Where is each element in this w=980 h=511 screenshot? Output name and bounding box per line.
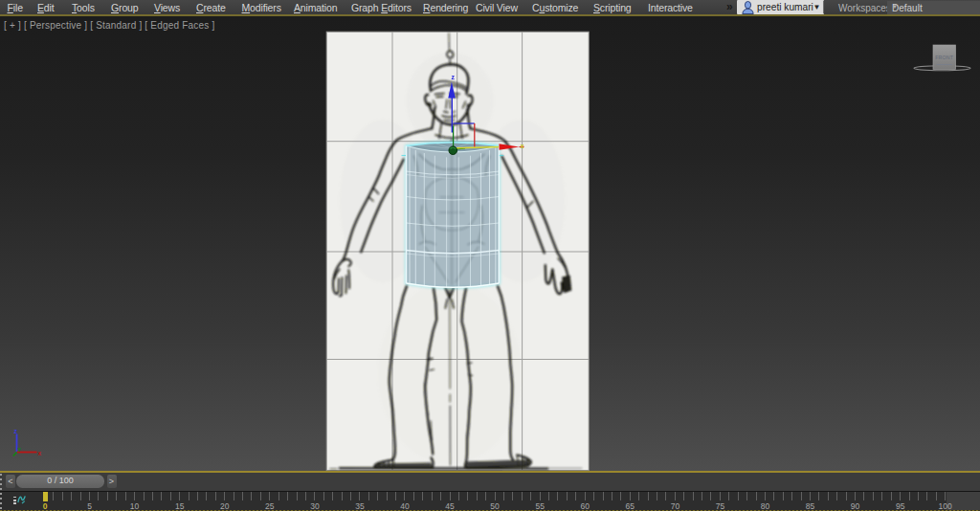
svg-text:y: y xyxy=(18,446,22,452)
svg-text:z: z xyxy=(452,74,456,80)
svg-text:z: z xyxy=(14,428,18,434)
svg-text:x: x xyxy=(521,143,524,149)
svg-text:FRONT: FRONT xyxy=(935,55,953,60)
svg-text:x: x xyxy=(38,450,42,456)
